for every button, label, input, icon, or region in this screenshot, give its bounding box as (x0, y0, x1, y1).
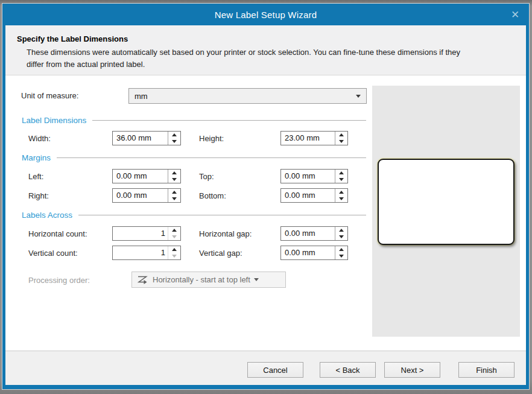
spin-down-icon[interactable] (335, 195, 347, 202)
spin-down-icon[interactable] (335, 138, 347, 145)
vertical-gap-value[interactable]: 0.00 mm (281, 246, 335, 259)
width-spinner (168, 132, 180, 145)
finish-button[interactable]: Finish (458, 362, 515, 378)
cancel-button[interactable]: Cancel (247, 362, 303, 378)
height-value[interactable]: 23.00 mm (281, 132, 335, 145)
dropdown-arrow-icon (356, 95, 361, 98)
spin-down-icon[interactable] (335, 176, 347, 183)
horizontal-gap-input[interactable]: 0.00 mm (280, 226, 348, 241)
vertical-gap-spinner (335, 246, 347, 259)
spin-up-icon[interactable] (168, 227, 180, 234)
spin-up-icon[interactable] (335, 246, 347, 253)
margin-left-value[interactable]: 0.00 mm (113, 170, 168, 183)
vertical-count-input[interactable]: 1 (112, 246, 181, 260)
spin-down-icon[interactable] (168, 195, 180, 202)
step-description-line1: These dimensions were automatically set … (27, 48, 460, 57)
dialog-body: Specify the Label Dimensions These dimen… (5, 25, 526, 385)
vertical-count-value[interactable]: 1 (113, 246, 168, 259)
section-margins: Margins (22, 153, 366, 162)
horizontal-gap-label: Horizontal gap: (199, 229, 252, 238)
processing-order-value: Horizontally - start at top left (153, 275, 250, 284)
vertical-gap-input[interactable]: 0.00 mm (280, 246, 348, 260)
spin-down-icon[interactable] (168, 138, 180, 145)
window-title: New Label Setup Wizard (215, 10, 317, 20)
footer-bar: Cancel < Back Next > Finish (5, 351, 526, 385)
width-input[interactable]: 36.00 mm (112, 131, 181, 145)
margin-top-label: Top: (199, 172, 214, 181)
spin-down-icon[interactable] (168, 176, 180, 183)
spin-up-icon[interactable] (168, 170, 180, 176)
vertical-gap-label: Vertical gap: (199, 249, 242, 258)
width-label: Width: (28, 134, 51, 143)
vertical-count-spinner (168, 246, 180, 259)
section-divider (78, 215, 366, 215)
unit-of-measure-value: mm (135, 92, 148, 101)
section-title: Label Dimensions (22, 116, 86, 125)
spin-up-icon[interactable] (168, 189, 180, 195)
unit-of-measure-label: Unit of measure: (21, 91, 78, 100)
section-divider (92, 120, 366, 121)
section-labels-across: Labels Across (22, 211, 366, 220)
horizontal-gap-value[interactable]: 0.00 mm (281, 227, 335, 240)
height-spinner (335, 132, 347, 145)
margin-top-input[interactable]: 0.00 mm (280, 169, 348, 183)
width-value[interactable]: 36.00 mm (113, 132, 168, 145)
spin-down-icon-disabled (168, 253, 180, 259)
back-button[interactable]: < Back (320, 362, 376, 378)
margin-right-input[interactable]: 0.00 mm (112, 188, 181, 203)
screen-background: New Label Setup Wizard ✕ Specify the Lab… (0, 0, 532, 394)
margin-left-input[interactable]: 0.00 mm (112, 169, 181, 183)
spin-down-icon[interactable] (335, 253, 347, 259)
wizard-dialog: New Label Setup Wizard ✕ Specify the Lab… (2, 4, 529, 389)
spin-up-icon[interactable] (335, 189, 347, 195)
height-input[interactable]: 23.00 mm (280, 131, 348, 145)
margin-right-label: Right: (28, 191, 49, 200)
margin-top-spinner (335, 170, 347, 183)
height-label: Height: (199, 134, 224, 143)
unit-of-measure-dropdown[interactable]: mm (128, 88, 367, 104)
margin-right-value[interactable]: 0.00 mm (113, 189, 168, 202)
margin-right-spinner (168, 189, 180, 202)
margin-bottom-input[interactable]: 0.00 mm (280, 188, 348, 203)
spin-up-icon[interactable] (335, 227, 347, 234)
horizontal-count-input[interactable]: 1 (112, 226, 181, 241)
margin-left-label: Left: (28, 172, 43, 181)
margin-bottom-label: Bottom: (199, 191, 226, 200)
dropdown-arrow-icon (254, 278, 259, 281)
horizontal-gap-spinner (335, 227, 347, 240)
margin-top-value[interactable]: 0.00 mm (281, 170, 335, 183)
section-title: Margins (22, 153, 51, 162)
step-title: Specify the Label Dimensions (17, 34, 128, 43)
processing-order-dropdown: Horizontally - start at top left (131, 272, 286, 288)
spin-up-icon[interactable] (168, 132, 180, 138)
zigzag-horizontal-order-icon (137, 275, 148, 284)
margin-left-spinner (168, 170, 180, 183)
spin-down-icon-disabled (168, 234, 180, 240)
margin-bottom-spinner (335, 189, 347, 202)
processing-order-label: Processing order: (28, 276, 90, 285)
label-preview-shape (378, 159, 515, 245)
horizontal-count-label: Horizontal count: (28, 229, 87, 238)
margin-bottom-value[interactable]: 0.00 mm (281, 189, 335, 202)
spin-up-icon[interactable] (335, 132, 347, 138)
close-icon[interactable]: ✕ (508, 8, 522, 21)
vertical-count-label: Vertical count: (28, 249, 78, 258)
spin-up-icon[interactable] (335, 170, 347, 176)
label-preview-panel (372, 86, 520, 337)
section-divider (57, 157, 366, 158)
horizontal-count-spinner (168, 227, 180, 240)
next-button[interactable]: Next > (384, 362, 440, 378)
horizontal-count-value[interactable]: 1 (113, 227, 168, 240)
spin-up-icon[interactable] (168, 246, 180, 253)
wizard-step-header: Specify the Label Dimensions These dimen… (5, 25, 526, 75)
step-description-line2: differ from the actual printed label. (27, 60, 145, 69)
section-title: Labels Across (22, 211, 72, 220)
spin-down-icon[interactable] (335, 234, 347, 240)
title-bar[interactable]: New Label Setup Wizard ✕ (2, 4, 529, 25)
section-label-dimensions: Label Dimensions (22, 116, 366, 125)
